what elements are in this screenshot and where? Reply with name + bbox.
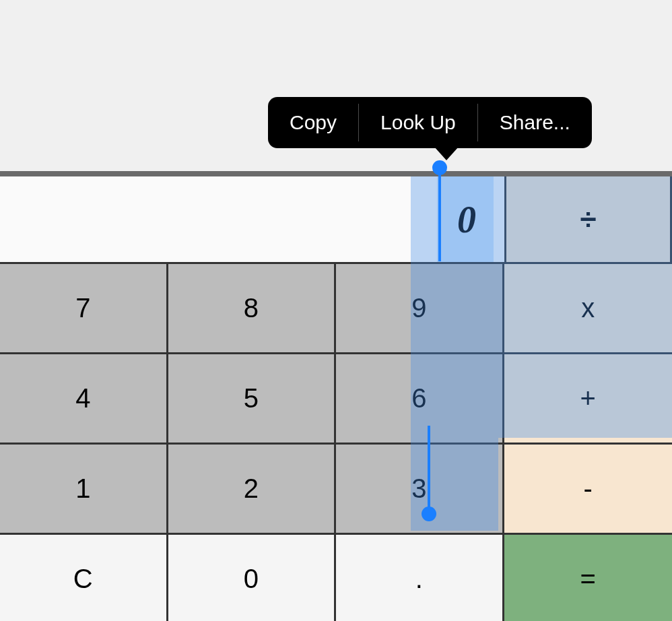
context-menu: Copy Look Up Share... (268, 97, 592, 148)
key-1[interactable]: 1 (0, 445, 168, 535)
key-5[interactable]: 5 (168, 354, 337, 445)
divide-button[interactable]: ÷ (504, 176, 672, 262)
clear-button[interactable]: C (0, 535, 168, 621)
multiply-button[interactable]: x (504, 264, 673, 354)
key-4[interactable]: 4 (0, 354, 168, 445)
context-menu-copy[interactable]: Copy (268, 97, 358, 148)
plus-button[interactable]: + (504, 354, 673, 445)
keypad: 7 8 9 x 4 5 6 + 1 2 3 - C 0 . = (0, 262, 672, 621)
context-menu-arrow-icon (434, 147, 459, 160)
display-row: 0 ÷ (0, 176, 672, 262)
divider-bar (0, 171, 672, 176)
key-8[interactable]: 8 (168, 264, 337, 354)
key-0[interactable]: 0 (168, 535, 337, 621)
decimal-button[interactable]: . (336, 535, 504, 621)
key-3[interactable]: 3 (336, 445, 504, 535)
calculator-display[interactable]: 0 (0, 176, 504, 262)
key-7[interactable]: 7 (0, 264, 168, 354)
key-2[interactable]: 2 (168, 445, 337, 535)
key-9[interactable]: 9 (336, 264, 504, 354)
equals-button[interactable]: = (504, 535, 673, 621)
minus-button[interactable]: - (504, 445, 673, 535)
key-6[interactable]: 6 (336, 354, 504, 445)
context-menu-lookup[interactable]: Look Up (359, 97, 477, 148)
display-value: 0 (457, 198, 476, 241)
context-menu-share[interactable]: Share... (478, 97, 592, 148)
